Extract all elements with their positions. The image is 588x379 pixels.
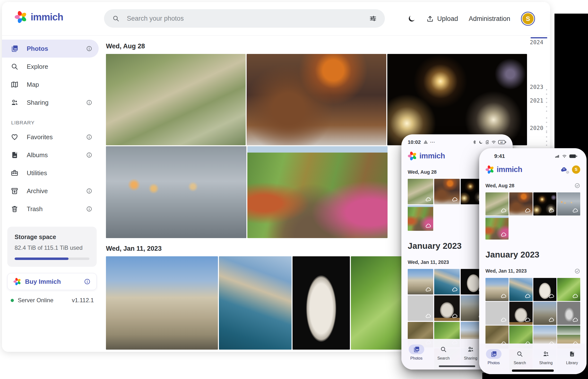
upload-label: Upload xyxy=(437,15,458,23)
sidebar-item-explore[interactable]: Explore xyxy=(2,58,99,76)
scrubber-year-label[interactable]: 2024 xyxy=(530,39,543,46)
user-avatar[interactable]: S xyxy=(521,12,535,26)
map-icon xyxy=(11,81,18,88)
photo-thumbnail[interactable] xyxy=(485,302,509,325)
photo-thumbnail[interactable] xyxy=(106,256,218,350)
nav-item-search[interactable]: Search xyxy=(512,349,527,365)
sidebar-item-trash[interactable]: Trash xyxy=(2,200,99,218)
sidebar-item-label: Albums xyxy=(27,151,86,159)
nav-label: Photos xyxy=(488,361,500,365)
scrubber-tick-dots xyxy=(546,132,547,142)
buy-immich-button[interactable]: Buy Immich xyxy=(7,273,97,290)
info-icon[interactable] xyxy=(86,46,92,52)
photo-thumbnail[interactable] xyxy=(509,192,532,216)
photo-thumbnail[interactable] xyxy=(219,256,292,350)
photo-thumbnail[interactable] xyxy=(434,269,460,294)
photo-thumbnail[interactable] xyxy=(533,192,556,216)
photo-thumbnail[interactable] xyxy=(434,179,460,204)
select-check-icon[interactable] xyxy=(574,183,580,189)
nav-item-sharing[interactable]: Sharing xyxy=(538,349,554,365)
photos-icon xyxy=(490,350,497,357)
photo-thumbnail[interactable] xyxy=(408,295,433,321)
photo-thumbnail[interactable] xyxy=(387,54,527,145)
photo-thumbnail[interactable] xyxy=(557,278,580,301)
cloud-sync-icon[interactable] xyxy=(560,166,568,173)
upload-button[interactable]: Upload xyxy=(427,15,458,23)
sidebar-item-albums[interactable]: Albums xyxy=(2,146,99,164)
scrubber-year-label[interactable]: 2021 xyxy=(530,97,543,104)
sidebar-item-label: Favorites xyxy=(27,133,86,141)
info-icon[interactable] xyxy=(84,278,91,285)
info-icon[interactable] xyxy=(86,134,92,140)
photo-thumbnail[interactable] xyxy=(533,278,556,301)
nav-item-library[interactable]: Library xyxy=(564,349,580,365)
photo-thumbnail[interactable] xyxy=(247,146,388,238)
photo-thumbnail[interactable] xyxy=(293,256,350,350)
buy-immich-label: Buy Immich xyxy=(25,278,80,285)
storage-card: Storage space 82.4 TiB of 115.1 TiB used xyxy=(7,227,97,267)
cloud-sync-icon xyxy=(524,293,531,299)
sidebar-item-label: Archive xyxy=(27,187,86,195)
select-check-icon[interactable] xyxy=(574,268,580,274)
photo-thumbnail[interactable] xyxy=(485,216,509,239)
cloud-sync-icon xyxy=(548,293,555,299)
photo-thumbnail[interactable] xyxy=(485,192,509,216)
info-icon[interactable] xyxy=(86,152,92,158)
photo-thumbnail[interactable] xyxy=(485,278,509,301)
nav-label: Library xyxy=(566,361,578,365)
dark-mode-moon-icon[interactable] xyxy=(408,15,416,23)
scrubber-tick-dots xyxy=(546,144,547,146)
logo-wordmark: immich xyxy=(497,165,522,174)
photo-thumbnail[interactable] xyxy=(408,179,433,204)
scrubber-tick-dots xyxy=(546,89,547,99)
sidebar-item-label: Photos xyxy=(27,45,86,52)
search-input[interactable]: Search your photos xyxy=(104,9,385,28)
nav-item-search[interactable]: Search xyxy=(436,345,451,361)
sidebar-item-photos[interactable]: Photos xyxy=(2,40,99,58)
nav-item-photos[interactable]: Photos xyxy=(409,345,424,361)
photo-thumbnail[interactable] xyxy=(557,192,580,216)
photo-thumbnail[interactable] xyxy=(509,302,532,325)
search-icon xyxy=(11,63,18,70)
immich-logo[interactable]: immich xyxy=(15,11,63,23)
administration-link[interactable]: Administration xyxy=(469,15,510,23)
photo-thumbnail[interactable] xyxy=(106,54,246,145)
filter-sliders-icon[interactable] xyxy=(369,15,377,22)
nav-item-photos[interactable]: Photos xyxy=(486,349,502,365)
info-icon[interactable] xyxy=(86,206,92,212)
nav-item-sharing[interactable]: Sharing xyxy=(463,345,478,361)
scrubber-tick-dots xyxy=(546,117,547,132)
photo-thumbnail[interactable] xyxy=(247,54,386,145)
cloud-sync-icon xyxy=(524,207,531,214)
scrubber-year-label[interactable]: 2020 xyxy=(530,125,543,131)
nav-label: Photos xyxy=(410,356,423,361)
photo-thumbnail[interactable] xyxy=(557,302,580,325)
sidebar-item-favorites[interactable]: Favorites xyxy=(2,128,99,146)
cloud-sync-icon xyxy=(425,223,431,229)
photo-thumbnail[interactable] xyxy=(509,278,532,301)
sidebar-item-utilities[interactable]: Utilities xyxy=(2,164,99,182)
scrubber-cursor[interactable] xyxy=(531,37,547,38)
home-indicator xyxy=(512,370,554,372)
sidebar-item-archive[interactable]: Archive xyxy=(2,182,99,200)
scrubber-year-label[interactable]: 2023 xyxy=(530,84,543,90)
photo-thumbnail[interactable] xyxy=(408,205,433,231)
user-avatar[interactable]: S xyxy=(572,165,580,174)
toolbox-icon xyxy=(11,169,18,177)
photo-thumbnail[interactable] xyxy=(408,269,433,294)
bluetooth-icon xyxy=(472,140,477,144)
sidebar-item-sharing[interactable]: Sharing xyxy=(2,94,99,111)
photo-thumbnail[interactable] xyxy=(106,146,246,238)
info-icon[interactable] xyxy=(86,99,92,106)
people-icon xyxy=(11,99,18,106)
phone-mockup-ios: 9:41 immich S xyxy=(479,148,587,374)
date-group-header: Wed, Aug 28 xyxy=(106,43,532,50)
sidebar-item-map[interactable]: Map xyxy=(2,76,99,94)
photo-thumbnail[interactable] xyxy=(533,302,556,325)
info-icon[interactable] xyxy=(86,188,92,194)
signal-icon xyxy=(555,154,560,159)
wifi-icon xyxy=(562,154,567,159)
nav-label: Search xyxy=(514,361,526,365)
search-icon xyxy=(440,346,447,353)
photo-thumbnail[interactable] xyxy=(434,295,460,321)
